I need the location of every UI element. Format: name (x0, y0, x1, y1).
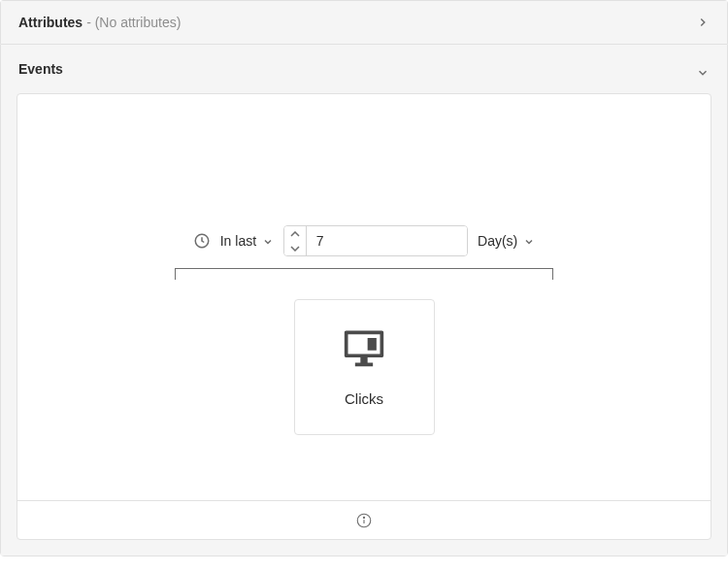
time-filter-row: In last (193, 225, 536, 256)
chevron-down-icon (696, 66, 710, 80)
event-card-clicks[interactable]: Clicks (294, 299, 435, 435)
unit-dropdown[interactable]: Day(s) (478, 233, 535, 249)
events-title: Events (18, 61, 63, 77)
chevron-down-icon (523, 235, 535, 247)
time-bracket (175, 268, 553, 280)
unit-label: Day(s) (478, 233, 517, 249)
stepper-up-button[interactable] (284, 226, 306, 241)
attributes-subtitle: - (No attributes) (86, 15, 181, 30)
attributes-panel-header[interactable]: Attributes - (No attributes) (1, 1, 727, 44)
events-panel-header[interactable]: Events (1, 45, 727, 93)
chevron-down-icon (262, 235, 274, 247)
clock-icon (193, 232, 211, 250)
events-canvas: In last (17, 93, 711, 540)
event-card-label: Clicks (345, 390, 383, 407)
info-icon[interactable] (355, 512, 373, 529)
duration-field (283, 225, 468, 256)
range-type-dropdown[interactable]: In last (220, 233, 274, 249)
monitor-icon (343, 328, 385, 367)
canvas-footer (17, 500, 711, 539)
range-type-label: In last (220, 233, 256, 249)
stepper-down-button[interactable] (284, 241, 306, 255)
chevron-right-icon (696, 16, 710, 29)
duration-input[interactable] (307, 226, 467, 255)
svg-point-3 (363, 517, 364, 518)
attributes-title: Attributes (18, 15, 83, 30)
